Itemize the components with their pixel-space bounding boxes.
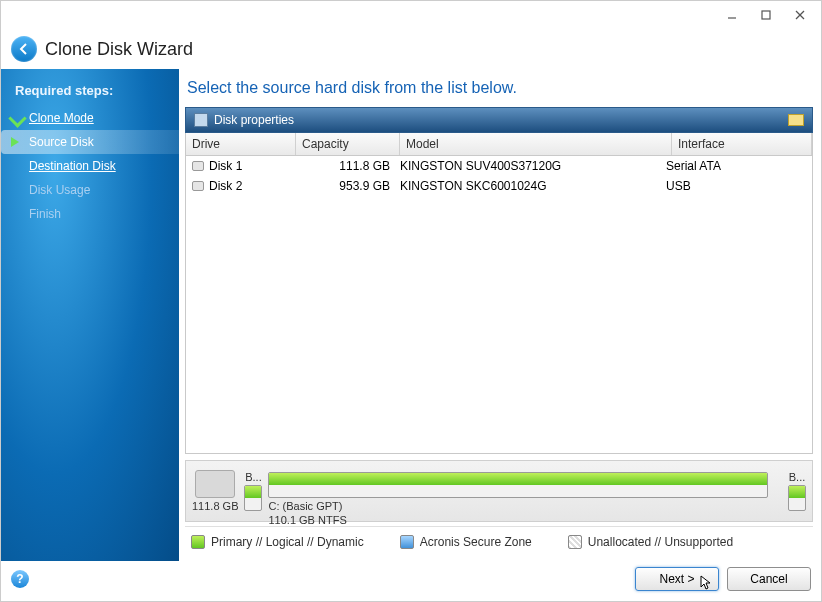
- main-panel: Select the source hard disk from the lis…: [179, 69, 821, 561]
- legend-swatch-unallocated: [568, 535, 582, 549]
- back-button[interactable]: [11, 36, 37, 62]
- step-disk-usage: Disk Usage: [1, 178, 179, 202]
- col-model[interactable]: Model: [400, 133, 672, 155]
- step-destination-disk[interactable]: Destination Disk: [1, 154, 179, 178]
- svg-rect-1: [762, 11, 770, 19]
- wizard-footer: ? Next > Cancel: [1, 561, 821, 601]
- legend: Primary // Logical // Dynamic Acronis Se…: [185, 526, 813, 557]
- help-button[interactable]: ?: [11, 570, 29, 588]
- step-clone-mode[interactable]: Clone Mode: [1, 106, 179, 130]
- col-interface[interactable]: Interface: [672, 133, 812, 155]
- disk-properties-header: Disk properties: [185, 107, 813, 133]
- disk-size-label: 111.8 GB: [192, 500, 238, 512]
- legend-swatch-primary: [191, 535, 205, 549]
- maximize-button[interactable]: [749, 4, 783, 26]
- window-titlebar: [1, 1, 821, 29]
- mail-icon[interactable]: [788, 114, 804, 126]
- disk-layout-strip: 111.8 GB B... C: (Basic GPT) 110.1 GB NT…: [185, 460, 813, 522]
- disk-thumbnail: 111.8 GB: [192, 470, 238, 512]
- page-title: Select the source hard disk from the lis…: [185, 73, 813, 107]
- cursor-icon: [700, 575, 714, 594]
- disk-icon: [192, 161, 204, 171]
- cancel-button[interactable]: Cancel: [727, 567, 811, 591]
- minimize-button[interactable]: [715, 4, 749, 26]
- partition-sublabel: 110.1 GB NTFS: [268, 514, 346, 526]
- col-capacity[interactable]: Capacity: [296, 133, 400, 155]
- next-button[interactable]: Next >: [635, 567, 719, 591]
- close-button[interactable]: [783, 4, 817, 26]
- table-row[interactable]: Disk 2 953.9 GB KINGSTON SKC6001024G USB: [186, 176, 812, 196]
- step-source-disk[interactable]: Source Disk: [1, 130, 179, 154]
- partition-main[interactable]: [268, 472, 768, 498]
- wizard-header: Clone Disk Wizard: [1, 29, 821, 69]
- table-row[interactable]: Disk 1 111.8 GB KINGSTON SUV400S37120G S…: [186, 156, 812, 176]
- disk-properties-icon: [194, 113, 208, 127]
- arrow-left-icon: [17, 42, 31, 56]
- partition-small-2[interactable]: [788, 485, 806, 511]
- steps-sidebar: Required steps: Clone Mode Source Disk D…: [1, 69, 179, 561]
- clone-disk-wizard-window: Clone Disk Wizard Required steps: Clone …: [0, 0, 822, 602]
- partition-small-1[interactable]: [244, 485, 262, 511]
- sidebar-section-title: Required steps:: [1, 77, 179, 106]
- step-finish: Finish: [1, 202, 179, 226]
- wizard-title: Clone Disk Wizard: [45, 39, 193, 60]
- disk-icon: [192, 181, 204, 191]
- disk-table-header: Drive Capacity Model Interface: [185, 133, 813, 156]
- col-drive[interactable]: Drive: [186, 133, 296, 155]
- disk-properties-label: Disk properties: [214, 113, 294, 127]
- disk-table-body: Disk 1 111.8 GB KINGSTON SUV400S37120G S…: [185, 156, 813, 454]
- partition-label: C: (Basic GPT): [268, 500, 342, 512]
- legend-swatch-secure: [400, 535, 414, 549]
- drive-icon: [195, 470, 235, 498]
